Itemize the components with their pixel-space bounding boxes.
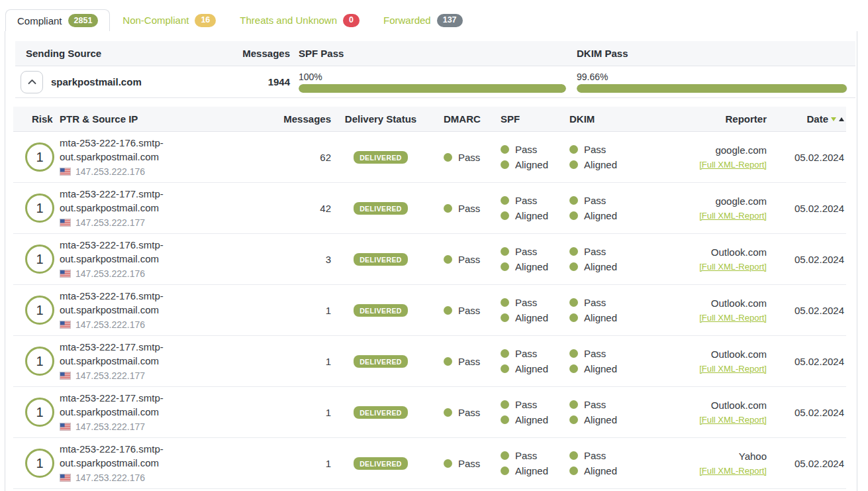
sending-source-domain: sparkpostmail.com <box>51 76 142 87</box>
detail-header: Risk PTR & Source IP Messages Delivery S… <box>13 107 846 132</box>
risk-cell: 1 <box>13 296 60 325</box>
ptr-hostname: mta-253-222-176.smtp-out.sparkpostmail.c… <box>60 289 202 317</box>
dkim-cell: Pass Aligned <box>569 399 669 425</box>
reporter-domain: Outlook.com <box>669 398 767 412</box>
source-ip-line: 147.253.222.176 <box>60 165 202 179</box>
source-ip-line: 147.253.222.177 <box>60 369 202 383</box>
tab-count-badge: 16 <box>195 14 216 27</box>
messages-count: 1 <box>202 356 331 367</box>
tab-forwarded[interactable]: Forwarded 137 <box>372 9 474 31</box>
messages-count: 42 <box>202 203 331 214</box>
col-spf: SPF <box>501 113 569 125</box>
us-flag-icon <box>60 270 71 278</box>
dkim-pass: Pass <box>584 348 606 359</box>
ptr-hostname: mta-253-222-176.smtp-out.sparkpostmail.c… <box>60 238 202 266</box>
collapse-button[interactable] <box>21 71 43 93</box>
dkim-pass-cell: 99.66% <box>577 71 855 93</box>
dkim-pass: Pass <box>584 450 606 461</box>
spf-aligned: Aligned <box>515 312 548 323</box>
risk-cell: 1 <box>13 347 60 376</box>
tab-threats-and-unknown[interactable]: Threats and Unknown 0 <box>228 9 371 31</box>
full-xml-report-link[interactable]: [Full XML-Report] <box>699 413 767 427</box>
us-flag-icon <box>60 372 71 380</box>
us-flag-icon <box>60 474 71 482</box>
spf-cell: Pass Aligned <box>501 144 569 170</box>
table-row: 1 mta-253-222-176.smtp-out.sparkpostmail… <box>13 132 846 183</box>
dkim-cell: Pass Aligned <box>569 348 669 374</box>
table-row: 1 mta-253-222-176.smtp-out.sparkpostmail… <box>13 234 846 285</box>
col-messages: Messages <box>240 48 290 59</box>
ptr-cell: mta-253-222-176.smtp-out.sparkpostmail.c… <box>60 238 202 281</box>
col-delivery-status: Delivery Status <box>331 113 430 125</box>
spf-cell: Pass Aligned <box>501 450 569 476</box>
delivery-cell: DELIVERED <box>331 355 430 368</box>
source-ip-line: 147.253.222.177 <box>60 216 202 230</box>
dkim-pass: Pass <box>584 297 606 308</box>
reporter-cell: google.com [Full XML-Report] <box>669 194 773 223</box>
pass-dot-icon <box>501 262 509 271</box>
source-ip: 147.253.222.176 <box>75 471 145 485</box>
pass-dot-icon <box>501 451 509 460</box>
tab-label: Forwarded <box>383 15 431 26</box>
risk-cell: 1 <box>13 449 60 478</box>
spf-aligned: Aligned <box>515 465 548 476</box>
col-sending-source: Sending Source <box>15 48 240 59</box>
spf-aligned: Aligned <box>515 363 548 374</box>
ptr-cell: mta-253-222-177.smtp-out.sparkpostmail.c… <box>60 340 202 383</box>
detail-rows: 1 mta-253-222-176.smtp-out.sparkpostmail… <box>13 132 846 489</box>
tab-compliant[interactable]: Compliant 2851 <box>5 9 110 31</box>
dmarc-cell: Pass <box>430 407 501 418</box>
dkim-progress-fill <box>577 84 847 93</box>
dmarc-result: Pass <box>458 407 480 418</box>
full-xml-report-link[interactable]: [Full XML-Report] <box>699 362 767 376</box>
spf-pass-percent: 100% <box>299 72 566 82</box>
pass-dot-icon <box>444 255 452 264</box>
pass-dot-icon <box>501 313 509 322</box>
full-xml-report-link[interactable]: [Full XML-Report] <box>699 158 767 172</box>
us-flag-icon <box>60 321 71 329</box>
delivery-status-badge: DELIVERED <box>354 151 408 164</box>
table-row: 1 mta-253-222-177.smtp-out.sparkpostmail… <box>13 387 846 438</box>
content-card: Sending Source Messages SPF Pass DKIM Pa… <box>5 31 857 491</box>
dmarc-result: Pass <box>458 305 480 316</box>
ptr-hostname: mta-253-222-176.smtp-out.sparkpostmail.c… <box>60 136 202 164</box>
risk-score-circle: 1 <box>25 296 54 325</box>
dkim-aligned: Aligned <box>584 414 617 425</box>
reporter-cell: Outlook.com [Full XML-Report] <box>669 296 773 325</box>
spf-cell: Pass Aligned <box>501 399 569 425</box>
delivery-cell: DELIVERED <box>331 304 430 317</box>
pass-dot-icon <box>569 211 578 220</box>
pass-dot-icon <box>569 145 578 154</box>
ptr-cell: mta-253-222-177.smtp-out.sparkpostmail.c… <box>60 391 202 434</box>
full-xml-report-link[interactable]: [Full XML-Report] <box>699 260 767 274</box>
summary-header: Sending Source Messages SPF Pass DKIM Pa… <box>15 41 855 66</box>
sort-desc-icon[interactable] <box>831 117 836 121</box>
reporter-cell: google.com [Full XML-Report] <box>669 143 773 172</box>
col-date-label: Date <box>806 113 828 125</box>
source-ip-line: 147.253.222.176 <box>60 471 202 485</box>
full-xml-report-link[interactable]: [Full XML-Report] <box>699 311 767 325</box>
spf-aligned: Aligned <box>515 414 548 425</box>
spf-cell: Pass Aligned <box>501 246 569 272</box>
spf-cell: Pass Aligned <box>501 297 569 323</box>
col-reporter: Reporter <box>669 113 773 125</box>
sort-asc-icon[interactable] <box>839 117 844 121</box>
full-xml-report-link[interactable]: [Full XML-Report] <box>699 464 767 478</box>
full-xml-report-link[interactable]: [Full XML-Report] <box>699 209 767 223</box>
spf-pass: Pass <box>515 246 537 257</box>
col-detail-messages: Messages <box>202 113 331 125</box>
ptr-cell: mta-253-222-177.smtp-out.sparkpostmail.c… <box>60 187 202 230</box>
tab-bar: Compliant 2851 Non-Compliant 16 Threats … <box>0 0 868 31</box>
source-ip-line: 147.253.222.176 <box>60 318 202 332</box>
pass-dot-icon <box>569 364 578 373</box>
spf-pass: Pass <box>515 348 537 359</box>
risk-score-circle: 1 <box>25 245 54 274</box>
col-date-sort[interactable]: Date <box>773 113 846 125</box>
delivery-cell: DELIVERED <box>331 253 430 266</box>
delivery-status-badge: DELIVERED <box>354 457 408 470</box>
table-row: 1 mta-253-222-176.smtp-out.sparkpostmail… <box>13 285 846 336</box>
reporter-cell: Outlook.com [Full XML-Report] <box>669 245 773 274</box>
risk-score-circle: 1 <box>25 347 54 376</box>
tab-non-compliant[interactable]: Non-Compliant 16 <box>111 9 227 31</box>
spf-aligned: Aligned <box>515 261 548 272</box>
